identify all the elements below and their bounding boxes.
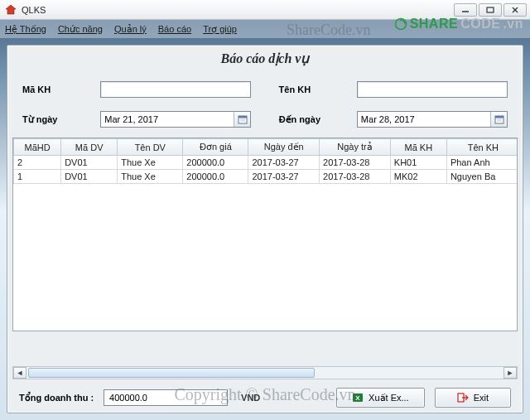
app-icon	[5, 4, 17, 16]
col-mahd[interactable]: MãHD	[14, 139, 61, 156]
export-button[interactable]: X Xuất Ex...	[336, 388, 425, 408]
scroll-left-icon[interactable]: ◄	[13, 367, 26, 379]
svg-rect-8	[238, 116, 247, 118]
col-dongia[interactable]: Đơn giá	[183, 139, 248, 156]
total-value: 400000.0	[104, 389, 228, 406]
label-to-date: Đến ngày	[279, 114, 350, 125]
cell-dongia: 200000.0	[183, 170, 248, 184]
cell-dongia: 200000.0	[183, 156, 248, 170]
svg-rect-2	[487, 7, 494, 12]
menu-manage[interactable]: Quản lý	[114, 24, 147, 35]
col-ngayden[interactable]: Ngày đến	[248, 139, 320, 156]
label-ma-kh: Mã KH	[22, 84, 94, 94]
svg-text:X: X	[355, 394, 360, 402]
cell-mahd: 1	[14, 170, 61, 184]
svg-rect-12	[495, 116, 504, 118]
to-date-picker[interactable]: Mar 28, 2017	[357, 111, 508, 128]
col-tendv[interactable]: Tên DV	[118, 139, 183, 156]
cell-ngayden: 2017-03-27	[248, 156, 320, 170]
exit-button[interactable]: Exit	[435, 388, 511, 408]
calendar-icon[interactable]	[490, 112, 507, 127]
col-madv[interactable]: Mã DV	[61, 139, 118, 156]
scroll-right-icon[interactable]: ►	[504, 367, 517, 379]
menu-system[interactable]: Hệ Thống	[5, 24, 46, 35]
maximize-button[interactable]	[479, 3, 502, 17]
menu-report[interactable]: Báo cáo	[158, 24, 191, 34]
col-tenkh[interactable]: Tên KH	[446, 139, 518, 156]
minimize-button[interactable]	[454, 3, 477, 17]
cell-makh: KH01	[390, 156, 446, 170]
cell-ngayden: 2017-03-27	[248, 170, 320, 184]
from-date-picker[interactable]: Mar 21, 2017	[100, 111, 251, 128]
from-date-value[interactable]: Mar 21, 2017	[101, 112, 234, 127]
close-button[interactable]	[504, 3, 527, 17]
cell-tendv: Thue Xe	[118, 170, 183, 184]
exit-icon	[457, 392, 469, 403]
cell-ngaytra: 2017-03-28	[320, 156, 391, 170]
cell-ngaytra: 2017-03-28	[320, 170, 391, 184]
label-total: Tổng doanh thu :	[19, 393, 94, 403]
excel-icon: X	[352, 392, 364, 403]
table-row[interactable]: 1DV01Thue Xe200000.02017-03-272017-03-28…	[14, 170, 518, 184]
ten-kh-input[interactable]	[357, 81, 508, 98]
label-from-date: Từ ngày	[22, 114, 94, 125]
main-panel: Báo cáo dịch vụ Mã KH Tên KH Từ ngày Mar…	[7, 45, 523, 413]
scrollbar-thumb[interactable]	[28, 368, 315, 378]
sharecode-watermark: SHARECODE.vn	[394, 17, 523, 31]
label-currency: VND	[241, 393, 260, 403]
calendar-icon[interactable]	[234, 112, 250, 127]
col-ngaytra[interactable]: Ngày trả	[320, 139, 391, 156]
data-table-wrap: MãHD Mã DV Tên DV Đơn giá Ngày đến Ngày …	[12, 138, 518, 331]
menu-help[interactable]: Trợ giúp	[203, 24, 237, 35]
label-ten-kh: Tên KH	[279, 84, 350, 94]
to-date-value[interactable]: Mar 28, 2017	[358, 112, 490, 127]
svg-marker-0	[6, 5, 16, 14]
cell-madv: DV01	[61, 156, 118, 170]
cell-tendv: Thue Xe	[118, 156, 183, 170]
cell-tenkh: Nguyen Ba	[446, 170, 518, 184]
window-title: QLKS	[22, 5, 454, 15]
cell-makh: MK02	[390, 170, 446, 184]
cell-tenkh: Phan Anh	[446, 156, 518, 170]
menu-function[interactable]: Chức năng	[58, 24, 103, 35]
report-title: Báo cáo dịch vụ	[7, 51, 523, 66]
table-row[interactable]: 2DV01Thue Xe200000.02017-03-272017-03-28…	[14, 156, 518, 170]
horizontal-scrollbar[interactable]: ◄ ►	[12, 366, 518, 379]
ma-kh-input[interactable]	[100, 81, 251, 98]
data-table: MãHD Mã DV Tên DV Đơn giá Ngày đến Ngày …	[13, 138, 518, 184]
col-makh[interactable]: Mã KH	[390, 139, 446, 156]
cell-madv: DV01	[61, 170, 118, 184]
cell-mahd: 2	[14, 156, 61, 170]
